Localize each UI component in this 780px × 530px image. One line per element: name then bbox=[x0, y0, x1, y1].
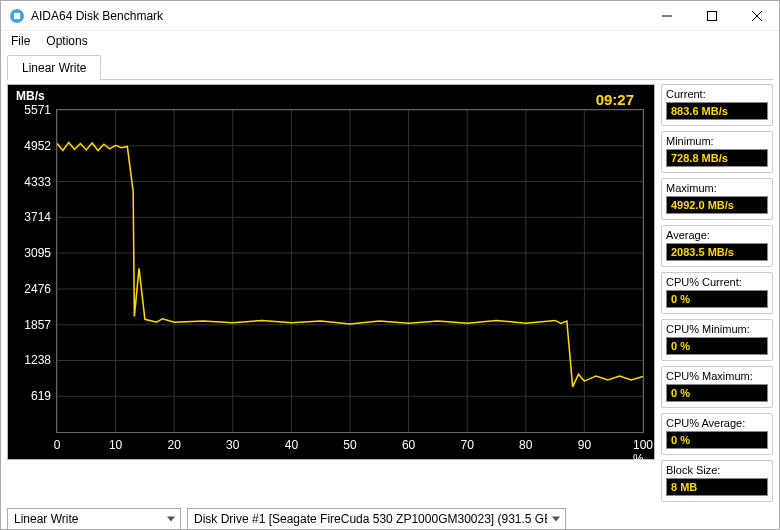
chart-ytick: 2476 bbox=[11, 282, 51, 296]
maximize-button[interactable] bbox=[689, 1, 734, 31]
tab-linear-write[interactable]: Linear Write bbox=[7, 55, 101, 80]
chart-ytick: 619 bbox=[11, 389, 51, 403]
svg-rect-3 bbox=[707, 11, 716, 20]
chart-xtick: 0 bbox=[54, 438, 61, 452]
chart-xtick: 50 bbox=[343, 438, 356, 452]
chart-ytick: 4952 bbox=[11, 139, 51, 153]
chart-xtick: 90 bbox=[578, 438, 591, 452]
mode-select[interactable]: Linear Write bbox=[7, 508, 181, 530]
chart-ytick: 1857 bbox=[11, 318, 51, 332]
stat-block-size: Block Size: 8 MB bbox=[661, 460, 773, 502]
stat-current: Current: 883.6 MB/s bbox=[661, 84, 773, 126]
stat-cpu-current: CPU% Current: 0 % bbox=[661, 272, 773, 314]
title-bar: AIDA64 Disk Benchmark bbox=[1, 1, 779, 31]
stat-cpu-minimum: CPU% Minimum: 0 % bbox=[661, 319, 773, 361]
chart-time: 09:27 bbox=[596, 91, 634, 108]
stat-cpu-maximum: CPU% Maximum: 0 % bbox=[661, 366, 773, 408]
chart-xtick: 10 bbox=[109, 438, 122, 452]
stat-cpu-average: CPU% Average: 0 % bbox=[661, 413, 773, 455]
chart-xtick: 80 bbox=[519, 438, 532, 452]
stat-minimum: Minimum: 728.8 MB/s bbox=[661, 131, 773, 173]
chart-ytick: 3095 bbox=[11, 246, 51, 260]
stat-average: Average: 2083.5 MB/s bbox=[661, 225, 773, 267]
tab-strip: Linear Write bbox=[1, 53, 779, 79]
drive-select[interactable]: Disk Drive #1 [Seagate FireCuda 530 ZP10… bbox=[187, 508, 566, 530]
chart-plot-area: 5571495243333714309524761857123861901020… bbox=[56, 109, 644, 433]
close-button[interactable] bbox=[734, 1, 779, 31]
chart-ytick: 1238 bbox=[11, 353, 51, 367]
chart-ytick: 3714 bbox=[11, 210, 51, 224]
chart-xtick: 70 bbox=[461, 438, 474, 452]
chart-xtick: 60 bbox=[402, 438, 415, 452]
chart-panel: MB/s 09:27 55714952433337143095247618571… bbox=[7, 84, 655, 460]
window-title: AIDA64 Disk Benchmark bbox=[31, 9, 644, 23]
menu-options[interactable]: Options bbox=[40, 32, 93, 50]
chart-y-label: MB/s bbox=[16, 89, 45, 103]
chart-xtick: 40 bbox=[285, 438, 298, 452]
chart-ytick: 4333 bbox=[11, 175, 51, 189]
svg-rect-1 bbox=[14, 13, 20, 19]
chart-xtick: 100 % bbox=[633, 438, 653, 466]
app-icon bbox=[9, 8, 25, 24]
stat-maximum: Maximum: 4992.0 MB/s bbox=[661, 178, 773, 220]
menu-bar: File Options bbox=[1, 31, 779, 51]
minimize-button[interactable] bbox=[644, 1, 689, 31]
stats-panel: Current: 883.6 MB/s Minimum: 728.8 MB/s … bbox=[661, 84, 773, 502]
chart-xtick: 20 bbox=[168, 438, 181, 452]
menu-file[interactable]: File bbox=[5, 32, 36, 50]
chart-xtick: 30 bbox=[226, 438, 239, 452]
chart-ytick: 5571 bbox=[11, 103, 51, 117]
controls-row-1: Linear Write Disk Drive #1 [Seagate Fire… bbox=[1, 502, 779, 530]
